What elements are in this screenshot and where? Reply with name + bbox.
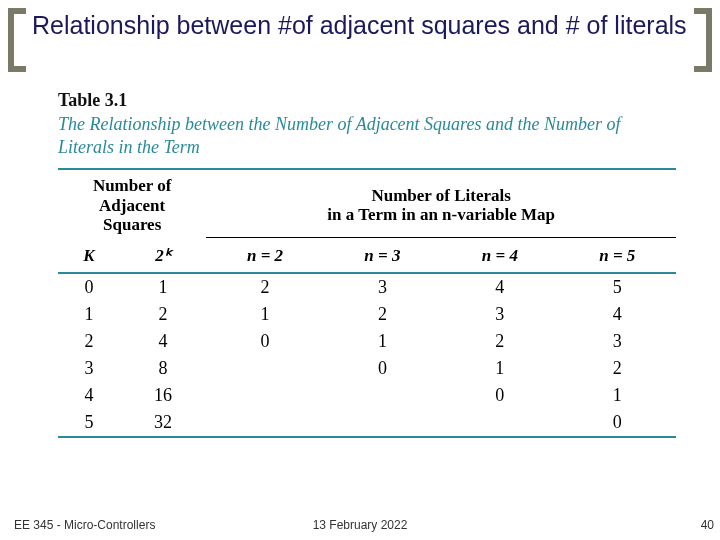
table-cell: 4 — [559, 301, 676, 328]
bracket-left-icon — [8, 8, 26, 72]
table-row: 121234 — [58, 301, 676, 328]
footer-course: EE 345 - Micro-Controllers — [14, 518, 155, 532]
table-cell: 0 — [441, 382, 558, 409]
table-cell: 3 — [559, 328, 676, 355]
table-cell: 0 — [324, 355, 441, 382]
table-label: Table 3.1 — [58, 90, 676, 111]
group-header-left: Number of Adjacent Squares — [58, 170, 206, 237]
table-cell: 1 — [559, 382, 676, 409]
table-cell: 3 — [324, 274, 441, 301]
table-cell: 1 — [58, 301, 120, 328]
table-cell: 0 — [58, 274, 120, 301]
table-cell: 2 — [120, 301, 207, 328]
sub-header-row: K 2ᵏ n = 2 n = 3 n = 4 n = 5 — [58, 237, 676, 273]
table-row: 41601 — [58, 382, 676, 409]
table-cell: 0 — [559, 409, 676, 437]
slide-title-bar: Relationship between #of adjacent square… — [0, 0, 720, 72]
table-cell: 4 — [120, 328, 207, 355]
table-cell: 3 — [58, 355, 120, 382]
col-header-n4: n = 4 — [441, 237, 558, 273]
table-container: Table 3.1 The Relationship between the N… — [58, 90, 676, 438]
table-cell: 32 — [120, 409, 207, 437]
table-cell — [324, 382, 441, 409]
table-cell: 8 — [120, 355, 207, 382]
table-cell: 5 — [559, 274, 676, 301]
footer-page: 40 — [701, 518, 714, 532]
table-row: 240123 — [58, 328, 676, 355]
table-cell: 2 — [58, 328, 120, 355]
table-cell — [206, 382, 323, 409]
table-cell: 1 — [206, 301, 323, 328]
table-cell: 2 — [206, 274, 323, 301]
group-header-right: Number of Literals in a Term in an n-var… — [206, 170, 676, 237]
col-header-n3: n = 3 — [324, 237, 441, 273]
table-cell — [441, 409, 558, 437]
table-cell: 4 — [58, 382, 120, 409]
footer-date: 13 February 2022 — [313, 518, 408, 532]
table-row: 5320 — [58, 409, 676, 437]
table-row: 38012 — [58, 355, 676, 382]
col-header-n5: n = 5 — [559, 237, 676, 273]
table-cell: 2 — [441, 328, 558, 355]
table-cell: 1 — [120, 274, 207, 301]
table-cell — [206, 355, 323, 382]
table-cell: 1 — [441, 355, 558, 382]
table-cell: 2 — [324, 301, 441, 328]
col-header-k: K — [58, 237, 120, 273]
table-cell: 5 — [58, 409, 120, 437]
slide-footer: EE 345 - Micro-Controllers 13 February 2… — [0, 518, 720, 532]
table-caption: The Relationship between the Number of A… — [58, 113, 676, 158]
table-row: 012345 — [58, 274, 676, 301]
col-header-2k: 2ᵏ — [120, 237, 207, 273]
table-cell: 1 — [324, 328, 441, 355]
table-cell: 2 — [559, 355, 676, 382]
table-cell — [206, 409, 323, 437]
table-cell — [324, 409, 441, 437]
data-table: Number of Adjacent Squares Number of Lit… — [58, 168, 676, 438]
col-header-n2: n = 2 — [206, 237, 323, 273]
table-cell: 4 — [441, 274, 558, 301]
slide-title: Relationship between #of adjacent square… — [26, 6, 694, 40]
table-body: 01234512123424012338012416015320 — [58, 274, 676, 437]
bracket-right-icon — [694, 8, 712, 72]
table-cell: 3 — [441, 301, 558, 328]
table-cell: 16 — [120, 382, 207, 409]
table-cell: 0 — [206, 328, 323, 355]
